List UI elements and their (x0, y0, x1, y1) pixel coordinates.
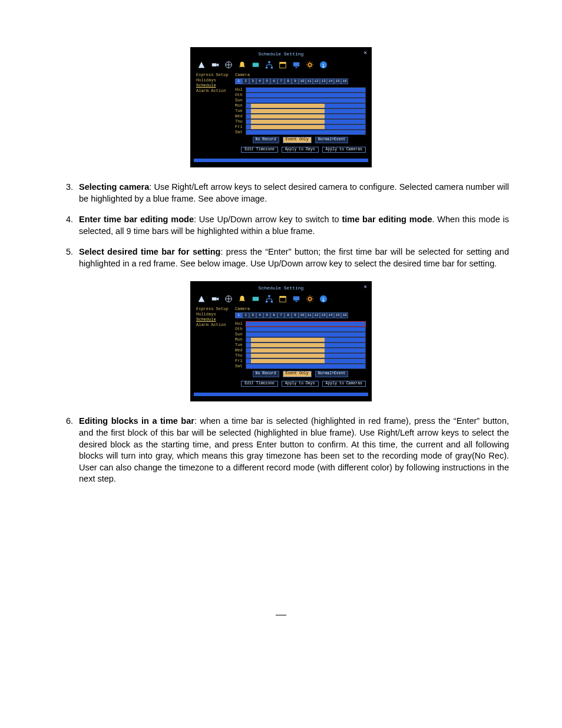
camera-8[interactable]: 8 (285, 312, 292, 318)
gear-icon[interactable] (306, 61, 314, 69)
edit-timezone-button[interactable]: Edit Timezone (241, 381, 278, 387)
timebar-hol[interactable] (246, 87, 366, 93)
timebar-mon[interactable] (246, 103, 366, 108)
camera-16[interactable]: 16 (341, 78, 348, 84)
camera-8[interactable]: 8 (285, 78, 292, 84)
apply-to-days-button[interactable]: Apply to Days (282, 147, 319, 153)
camera-selector[interactable]: 1 2 3 4 5 6 7 8 9 10 11 12 13 14 15 16 (235, 312, 366, 318)
timebar-grid[interactable]: Hol Oth Sun Mon Tue Wed Thu Fri Sat (235, 321, 366, 368)
sidebar-item-schedule[interactable]: Schedule (196, 84, 232, 88)
camera-11[interactable]: 11 (306, 312, 313, 318)
camera-1[interactable]: 1 (235, 312, 242, 318)
apply-to-cameras-button[interactable]: Apply to Cameras (322, 381, 366, 387)
camera-icon[interactable] (211, 295, 219, 303)
camera-10[interactable]: 10 (299, 312, 306, 318)
timebar-wed[interactable] (246, 348, 366, 353)
camera-12[interactable]: 12 (313, 78, 320, 84)
sidebar-item-alarm[interactable]: Alarm Action (196, 89, 232, 93)
camera-2[interactable]: 2 (242, 78, 249, 84)
info-icon[interactable]: i (319, 295, 328, 303)
camera-9[interactable]: 9 (292, 312, 299, 318)
camera-label: Camera (235, 73, 366, 77)
timebar-mon[interactable] (246, 337, 366, 342)
schedule-icon[interactable] (279, 61, 287, 69)
camera-10[interactable]: 10 (299, 78, 306, 84)
camera-15[interactable]: 15 (334, 78, 341, 84)
timebar-hol-selected[interactable] (246, 321, 366, 327)
timebar-fri[interactable] (246, 358, 366, 364)
camera-6[interactable]: 6 (270, 312, 277, 318)
camera-13[interactable]: 13 (320, 312, 327, 318)
timebar-fri[interactable] (246, 124, 366, 130)
camera-selector[interactable]: 1 2 3 4 5 6 7 8 9 10 11 12 13 14 15 16 (235, 78, 366, 84)
timebar-grid[interactable]: Hol Oth Sun Mon Tue Wed Thu Fri Sat (235, 87, 366, 134)
timebar-tue[interactable] (246, 342, 366, 348)
svg-rect-19 (253, 297, 259, 301)
camera-3[interactable]: 3 (249, 78, 256, 84)
timebar-sat[interactable] (246, 130, 366, 135)
camera-16[interactable]: 16 (341, 312, 348, 318)
triangle-icon[interactable] (197, 295, 206, 303)
camera-13[interactable]: 13 (320, 78, 327, 84)
timebar-thu[interactable] (246, 119, 366, 124)
camera-4[interactable]: 4 (256, 312, 263, 318)
sidebar-item-schedule[interactable]: Schedule (196, 318, 232, 322)
timebar-oth[interactable] (246, 93, 366, 98)
gear-icon[interactable] (306, 295, 314, 303)
camera-icon[interactable] (211, 61, 219, 69)
info-icon[interactable]: i (319, 61, 328, 69)
triangle-icon[interactable] (197, 61, 206, 69)
svg-rect-24 (280, 297, 286, 298)
camera-9[interactable]: 9 (292, 78, 299, 84)
svg-text:i: i (322, 297, 325, 303)
record-icon[interactable] (252, 295, 260, 303)
camera-3[interactable]: 3 (249, 312, 256, 318)
camera-11[interactable]: 11 (306, 78, 313, 84)
sidebar-item-holidays[interactable]: Holidays (196, 78, 232, 83)
apply-to-cameras-button[interactable]: Apply to Cameras (322, 147, 366, 153)
globe-icon[interactable] (224, 295, 233, 303)
globe-icon[interactable] (224, 61, 233, 69)
svg-text:i: i (322, 63, 325, 69)
record-icon[interactable] (252, 61, 260, 69)
camera-5[interactable]: 5 (263, 312, 270, 318)
timebar-wed[interactable] (246, 114, 366, 119)
close-icon[interactable]: ✕ (364, 285, 367, 290)
sidebar-item-holidays[interactable]: Holidays (196, 312, 232, 317)
camera-6[interactable]: 6 (270, 78, 277, 84)
camera-15[interactable]: 15 (334, 312, 341, 318)
sidebar-item-alarm[interactable]: Alarm Action (196, 323, 232, 327)
camera-14[interactable]: 14 (327, 78, 334, 84)
monitor-icon[interactable] (292, 61, 300, 69)
bell-icon[interactable] (238, 61, 246, 69)
camera-7[interactable]: 7 (277, 312, 285, 318)
network-icon[interactable] (265, 295, 273, 303)
instruction-3: 3. Selecting camera: Use Right/Left arro… (53, 182, 509, 205)
timebar-sat[interactable] (246, 364, 366, 369)
camera-1[interactable]: 1 (235, 78, 242, 84)
timebar-sun[interactable] (246, 332, 366, 337)
apply-to-days-button[interactable]: Apply to Days (282, 381, 319, 387)
timebar-thu[interactable] (246, 353, 366, 358)
camera-4[interactable]: 4 (256, 78, 263, 84)
monitor-icon[interactable] (292, 295, 300, 303)
edit-timezone-button[interactable]: Edit Timezone (241, 147, 278, 153)
camera-14[interactable]: 14 (327, 312, 334, 318)
camera-5[interactable]: 5 (263, 78, 270, 84)
sidebar: Express Setup Holidays Schedule Alarm Ac… (196, 73, 232, 153)
camera-2[interactable]: 2 (242, 312, 249, 318)
timebar-sun[interactable] (246, 98, 366, 103)
sidebar-item-express[interactable]: Express Setup (196, 73, 232, 77)
camera-12[interactable]: 12 (313, 312, 320, 318)
svg-rect-5 (268, 61, 270, 63)
timebar-tue[interactable] (246, 108, 366, 114)
bell-icon[interactable] (238, 295, 246, 303)
camera-7[interactable]: 7 (277, 78, 285, 84)
schedule-icon[interactable] (279, 295, 287, 303)
close-icon[interactable]: ✕ (364, 51, 367, 56)
sidebar-item-express[interactable]: Express Setup (196, 307, 232, 311)
timebar-oth[interactable] (246, 327, 366, 332)
svg-marker-0 (199, 62, 205, 68)
network-icon[interactable] (265, 61, 273, 69)
toolbar: i (194, 292, 368, 306)
